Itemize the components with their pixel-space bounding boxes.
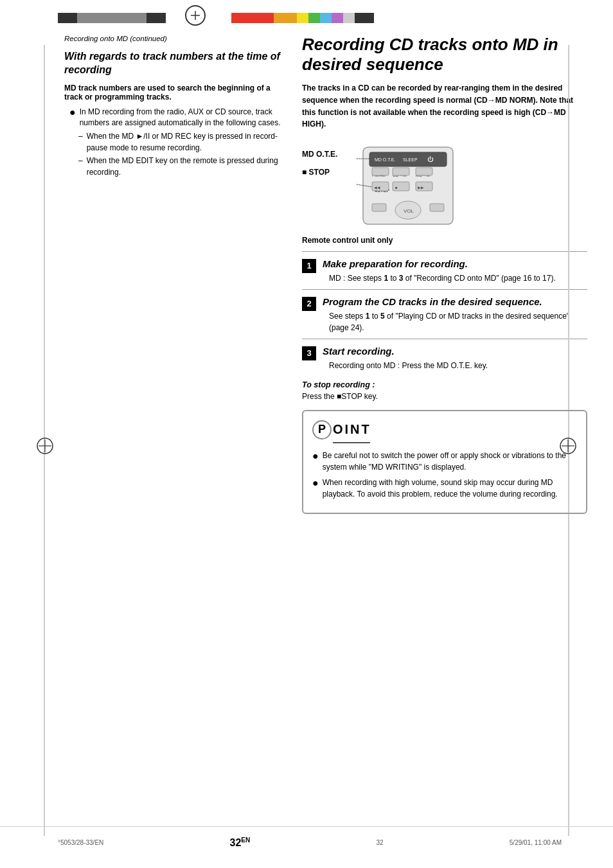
- sub-bullet-list: – When the MD ►/II or MD REC key is pres…: [78, 131, 283, 178]
- step-content-3: Start recording. Recording onto MD : Pre…: [323, 346, 587, 371]
- left-subheading: MD track numbers are used to search the …: [64, 84, 283, 102]
- step-item-1: 1 Make preparation for recording. MD : S…: [302, 251, 587, 284]
- page: Recording onto MD (continued) With regar…: [0, 0, 613, 868]
- step-body-3: Recording onto MD : Press the MD O.T.E. …: [323, 360, 587, 371]
- sub-bullet-item-2: – When the MD EDIT key on the remote is …: [78, 155, 283, 178]
- svg-rect-10: [372, 168, 389, 175]
- point-bullet-dot-1: ●: [312, 451, 319, 461]
- svg-rect-23: [430, 204, 444, 211]
- remote-caption: Remote control unit only: [302, 236, 587, 245]
- svg-rect-11: [393, 168, 409, 175]
- svg-text:VOL: VOL: [404, 208, 414, 214]
- step-content-1: Make preparation for recording. MD : See…: [323, 258, 587, 284]
- stop-section: To stop recording : Press the ■STOP key.: [302, 380, 587, 401]
- sub-bullet-item-1: – When the MD ►/II or MD REC key is pres…: [78, 131, 283, 154]
- step-number-1: 1: [302, 259, 316, 273]
- step-item-2: 2 Program the CD tracks in the desired s…: [302, 289, 587, 333]
- svg-text:SLEEP: SLEEP: [403, 157, 418, 162]
- intro-text: The tracks in a CD can be recorded by re…: [302, 82, 587, 130]
- steps-list: 1 Make preparation for recording. MD : S…: [302, 251, 587, 371]
- svg-text:⏻: ⏻: [427, 156, 434, 163]
- stop-body: Press the ■STOP key.: [302, 392, 587, 401]
- section-label: Recording onto MD (continued): [64, 35, 283, 42]
- page-number: 32EN: [230, 837, 251, 849]
- point-label: OINT: [333, 422, 371, 437]
- step-number-3: 3: [302, 346, 316, 360]
- svg-text:MD O.T.E.: MD O.T.E.: [375, 157, 395, 162]
- remote-image-area: MD O.T.E. ■ STOP MD O.T.E. SLEEP ⏻ FM/AM…: [302, 141, 587, 231]
- footer-center: 32: [376, 839, 383, 846]
- point-bullet-2: ● When recording with high volume, sound…: [312, 477, 577, 500]
- main-content: Recording onto MD (continued) With regar…: [0, 28, 613, 527]
- remote-label-md-ote: MD O.T.E.: [302, 150, 337, 159]
- footer: °5053/28-33/EN 32EN 32 5/29/01, 11:00 AM: [0, 826, 613, 855]
- step-title-2: Program the CD tracks in the desired seq…: [323, 296, 587, 307]
- step-title-3: Start recording.: [323, 346, 587, 357]
- compass-left: [36, 437, 54, 457]
- step-item-3: 3 Start recording. Recording onto MD : P…: [302, 339, 587, 371]
- svg-rect-12: [416, 168, 432, 175]
- point-circle: P: [312, 420, 332, 439]
- svg-text:◀◀: ◀◀: [374, 186, 380, 190]
- step-title-1: Make preparation for recording.: [323, 258, 587, 269]
- bullet-list: ● In MD recording from the radio, AUX or…: [69, 107, 283, 178]
- svg-rect-22: [372, 204, 386, 211]
- right-big-heading: Recording CD tracks onto MD in desired s…: [302, 35, 587, 75]
- bullet-item-1: ● In MD recording from the radio, AUX or…: [69, 107, 283, 129]
- svg-text:▶▶: ▶▶: [418, 186, 424, 190]
- footer-left: °5053/28-33/EN: [58, 839, 103, 846]
- svg-text:■: ■: [395, 186, 398, 190]
- stop-title: To stop recording :: [302, 380, 587, 389]
- point-section: P OINT ● Be careful not to switch the po…: [302, 410, 587, 514]
- step-content-2: Program the CD tracks in the desired seq…: [323, 296, 587, 333]
- right-column: Recording CD tracks onto MD in desired s…: [302, 35, 587, 514]
- step-number-2: 2: [302, 297, 316, 311]
- remote-labels: MD O.T.E. ■ STOP: [302, 141, 337, 177]
- footer-right: 5/29/01, 11:00 AM: [510, 839, 562, 846]
- remote-label-stop: ■ STOP: [302, 168, 337, 177]
- left-heading: With regards to track numbers at the tim…: [64, 50, 283, 77]
- step-body-1: MD : See steps 1 to 3 of "Recording CD o…: [323, 272, 587, 284]
- compass-right: [559, 437, 577, 457]
- step-body-2: See steps 1 to 5 of "Playing CD or MD tr…: [323, 310, 587, 333]
- bullet-dot-1: ●: [69, 107, 76, 118]
- point-bullet-dot-2: ●: [312, 478, 319, 488]
- compass-center: [185, 5, 206, 26]
- remote-control-illustration: MD O.T.E. SLEEP ⏻ FM/AM CD→M MD→M ■STOP: [344, 141, 472, 231]
- sub-dash-2: –: [78, 155, 83, 166]
- left-column: Recording onto MD (continued) With regar…: [64, 35, 283, 514]
- point-underline: [333, 442, 370, 443]
- point-bullet-1: ● Be careful not to switch the power off…: [312, 450, 577, 473]
- sub-dash-1: –: [78, 131, 83, 142]
